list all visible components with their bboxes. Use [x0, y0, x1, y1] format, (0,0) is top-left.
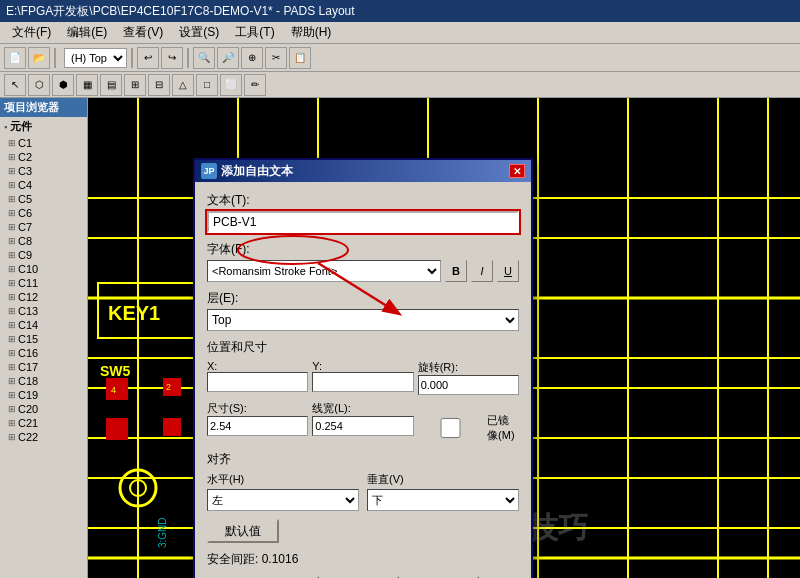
underline-btn[interactable]: U — [497, 260, 519, 282]
tb4[interactable]: ↪ — [161, 47, 183, 69]
tb2-10[interactable]: ⬜ — [220, 74, 242, 96]
new-btn[interactable]: 📄 — [4, 47, 26, 69]
sidebar-item-c16[interactable]: ⊞C16 — [0, 346, 87, 360]
tb2-11[interactable]: ✏ — [244, 74, 266, 96]
tb2-6[interactable]: ⊞ — [124, 74, 146, 96]
title-bar: E:\FPGA开发板\PCB\EP4CE10F17C8-DEMO-V1* - P… — [0, 0, 800, 22]
sidebar-item-c9[interactable]: ⊞C9 — [0, 248, 87, 262]
tb2-2[interactable]: ⬡ — [28, 74, 50, 96]
x-label: X: — [207, 360, 308, 372]
sidebar-item-c13[interactable]: ⊞C13 — [0, 304, 87, 318]
y-label: Y: — [312, 360, 413, 372]
mirror-checkbox[interactable] — [418, 418, 483, 438]
menu-view[interactable]: 查看(V) — [115, 22, 171, 43]
mirror-spacer — [418, 401, 519, 413]
tb2-8[interactable]: △ — [172, 74, 194, 96]
sidebar-item-c5[interactable]: ⊞C5 — [0, 192, 87, 206]
font-field-label: 字体(F): — [207, 241, 519, 258]
v-align-select[interactable]: 下 中 上 — [367, 489, 519, 511]
sidebar-item-c6[interactable]: ⊞C6 — [0, 206, 87, 220]
x-input[interactable] — [207, 372, 308, 392]
h-align-label: 水平(H) — [207, 472, 359, 487]
mirror-label: 已镜像(M) — [487, 413, 519, 443]
tb6[interactable]: ✂ — [265, 47, 287, 69]
mirror-field: 已镜像(M) — [418, 401, 519, 443]
tb2-1[interactable]: ↖ — [4, 74, 26, 96]
italic-btn[interactable]: I — [471, 260, 493, 282]
linewidth-input[interactable] — [312, 416, 413, 436]
sidebar-item-c19[interactable]: ⊞C19 — [0, 388, 87, 402]
menu-help[interactable]: 帮助(H) — [283, 22, 340, 43]
sidebar-components-section[interactable]: ▪ 元件 — [0, 117, 87, 136]
zoom-out[interactable]: 🔎 — [217, 47, 239, 69]
sidebar-item-c21[interactable]: ⊞C21 — [0, 416, 87, 430]
pcb-canvas: KEY1 KEY2 KEY SW5 SW2 SW 4 — [88, 98, 800, 578]
sidebar-item-c12[interactable]: ⊞C12 — [0, 290, 87, 304]
sidebar-item-c4[interactable]: ⊞C4 — [0, 178, 87, 192]
sidebar-item-c20[interactable]: ⊞C20 — [0, 402, 87, 416]
sidebar-item-c8[interactable]: ⊞C8 — [0, 234, 87, 248]
v-align-label: 垂直(V) — [367, 472, 519, 487]
bold-btn[interactable]: B — [445, 260, 467, 282]
sidebar-item-c7[interactable]: ⊞C7 — [0, 220, 87, 234]
align-section: 水平(H) 左 中 右 垂直(V) 下 中 上 — [207, 472, 519, 543]
svg-text:3:GND: 3:GND — [157, 517, 168, 548]
rotation-input[interactable] — [418, 375, 519, 395]
tb2-4[interactable]: ▦ — [76, 74, 98, 96]
font-select[interactable]: <Romansim Stroke Font> — [207, 260, 441, 282]
linewidth-field: 线宽(L): — [312, 401, 413, 443]
layer-dropdown[interactable]: Top Bottom — [207, 309, 519, 331]
sep1 — [54, 48, 56, 68]
sidebar-item-c14[interactable]: ⊞C14 — [0, 318, 87, 332]
sidebar-item-c2[interactable]: ⊞C2 — [0, 150, 87, 164]
tb2-3[interactable]: ⬢ — [52, 74, 74, 96]
main-area: 项目浏览器 ▪ 元件 ⊞C1 ⊞C2 ⊞C3 ⊞C4 ⊞C5 ⊞C6 ⊞C7 ⊞… — [0, 98, 800, 578]
layer-select-group: (H) Top — [64, 48, 127, 68]
dialog-body: 文本(T): 字体(F): <Romansim Stroke Font> B I… — [195, 182, 531, 578]
svg-text:2: 2 — [166, 382, 171, 392]
sidebar-item-c11[interactable]: ⊞C11 — [0, 276, 87, 290]
open-btn[interactable]: 📂 — [28, 47, 50, 69]
dialog-close-btn[interactable]: ✕ — [509, 164, 525, 178]
sidebar-item-c18[interactable]: ⊞C18 — [0, 374, 87, 388]
tb3[interactable]: ↩ — [137, 47, 159, 69]
size-input[interactable] — [207, 416, 308, 436]
sidebar-item-c22[interactable]: ⊞C22 — [0, 430, 87, 444]
svg-rect-25 — [106, 418, 128, 440]
text-field-group: 文本(T): — [207, 192, 519, 233]
sidebar-item-c1[interactable]: ⊞C1 — [0, 136, 87, 150]
sidebar-item-c15[interactable]: ⊞C15 — [0, 332, 87, 346]
layer-field-group: 层(E): Top Bottom — [207, 290, 519, 331]
sidebar-item-c17[interactable]: ⊞C17 — [0, 360, 87, 374]
y-input[interactable] — [312, 372, 413, 392]
zoom-in[interactable]: 🔍 — [193, 47, 215, 69]
menu-tools[interactable]: 工具(T) — [227, 22, 282, 43]
position-group: 位置和尺寸 X: Y: 旋转(R): — [207, 339, 519, 443]
sep3 — [187, 48, 189, 68]
tb2-7[interactable]: ⊟ — [148, 74, 170, 96]
tb7[interactable]: 📋 — [289, 47, 311, 69]
text-input[interactable] — [207, 211, 519, 233]
menu-settings[interactable]: 设置(S) — [171, 22, 227, 43]
sidebar-item-c10[interactable]: ⊞C10 — [0, 262, 87, 276]
tb2-9[interactable]: □ — [196, 74, 218, 96]
safety-clearance: 安全间距: 0.1016 — [207, 551, 519, 568]
sidebar: 项目浏览器 ▪ 元件 ⊞C1 ⊞C2 ⊞C3 ⊞C4 ⊞C5 ⊞C6 ⊞C7 ⊞… — [0, 98, 88, 578]
font-row: <Romansim Stroke Font> B I U — [207, 260, 519, 282]
default-btn[interactable]: 默认值 — [207, 519, 279, 543]
dialog-title: 添加自由文本 — [221, 163, 293, 180]
sep2 — [131, 48, 133, 68]
title-text: E:\FPGA开发板\PCB\EP4CE10F17C8-DEMO-V1* - P… — [6, 3, 355, 20]
tb5[interactable]: ⊕ — [241, 47, 263, 69]
h-align-select[interactable]: 左 中 右 — [207, 489, 359, 511]
svg-text:SW5: SW5 — [100, 363, 131, 379]
layer-select[interactable]: (H) Top — [64, 48, 127, 68]
sidebar-item-c3[interactable]: ⊞C3 — [0, 164, 87, 178]
text-field-label: 文本(T): — [207, 192, 519, 209]
align-section-title: 对齐 — [207, 451, 519, 468]
tb2-5[interactable]: ▤ — [100, 74, 122, 96]
menu-file[interactable]: 文件(F) — [4, 22, 59, 43]
layer-field-label: 层(E): — [207, 290, 519, 307]
menu-edit[interactable]: 编辑(E) — [59, 22, 115, 43]
add-text-dialog: JP 添加自由文本 ✕ 文本(T): 字体(F): <Romansim Stro… — [193, 158, 533, 578]
